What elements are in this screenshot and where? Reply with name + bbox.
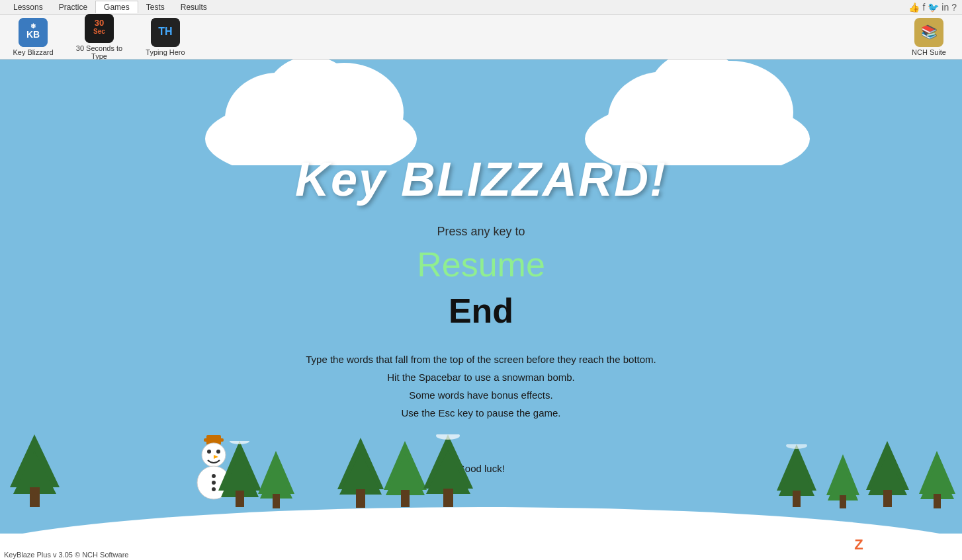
svg-rect-35	[236, 491, 244, 507]
tree-right-3	[866, 441, 909, 514]
svg-rect-56	[840, 495, 846, 508]
svg-point-26	[207, 450, 211, 454]
svg-point-13	[265, 60, 357, 142]
key-blizzard-icon: KB ❄	[19, 18, 48, 47]
toolbar-key-blizzard[interactable]: KB ❄ Key Blizzard	[7, 18, 60, 56]
tree-mid-3	[423, 434, 473, 514]
nch-suite-icon: 📚	[914, 18, 943, 47]
typing-hero-icon: TH	[151, 18, 180, 47]
30-seconds-icon: 30 Sec	[85, 14, 114, 43]
toolbar-typing-hero[interactable]: TH Typing Hero	[139, 18, 192, 56]
watermark-text: www.MacZ.com	[867, 539, 955, 552]
nav-practice[interactable]: Practice	[51, 1, 95, 13]
watermark: Z www.MacZ.com	[854, 536, 955, 553]
svg-rect-39	[273, 494, 280, 508]
end-text[interactable]: End	[449, 291, 513, 331]
svg-text:30: 30	[95, 18, 104, 28]
instructions: Type the words that fall from the top of…	[306, 350, 656, 422]
nav-lessons[interactable]: Lessons	[5, 1, 51, 13]
svg-point-53	[786, 444, 807, 449]
svg-text:📚: 📚	[921, 24, 938, 40]
key-blizzard-label: Key Blizzard	[13, 48, 53, 56]
press-any-key-text: Press any key to	[437, 225, 525, 239]
twitter-icon[interactable]: 🐦	[928, 2, 939, 13]
tree-mid-2	[384, 441, 427, 514]
instruction-line-2: Hit the Spacebar to use a snowman bomb.	[306, 368, 656, 386]
nch-suite-label: NCH Suite	[912, 48, 946, 56]
svg-point-31	[212, 481, 216, 485]
toolbar-nch[interactable]: 📚 NCH Suite	[902, 18, 955, 56]
svg-rect-45	[401, 490, 410, 507]
toolbar: KB ❄ Key Blizzard 30 Sec 30 Seconds to T…	[0, 15, 962, 60]
game-title: Key BLIZZARD!	[295, 152, 667, 206]
toolbar-30-seconds[interactable]: 30 Sec 30 Seconds to Type	[73, 14, 126, 60]
tree-mid-1	[337, 438, 384, 514]
svg-point-30	[212, 474, 216, 478]
instruction-line-3: Some words have bonus effects.	[306, 386, 656, 404]
linkedin-icon[interactable]: in	[941, 2, 949, 13]
game-area: Key BLIZZARD! Press any key to Resume En…	[0, 60, 962, 560]
instruction-line-4: Use the Esc key to pause the game.	[306, 404, 656, 422]
resume-text[interactable]: Resume	[417, 245, 545, 284]
svg-rect-59	[883, 490, 892, 507]
svg-point-32	[212, 487, 216, 491]
footer-label: KeyBlaze Plus v 3.05 © NCH Software	[0, 549, 132, 560]
tree-right-1	[777, 444, 816, 514]
watermark-z: Z	[854, 536, 863, 553]
tree-far-right	[919, 451, 955, 514]
30-seconds-label: 30 Seconds to Type	[73, 44, 126, 60]
tree-right-snowman-2	[258, 451, 294, 514]
cloud-left	[198, 60, 423, 165]
nav-bar: Lessons Practice Games Tests Results 👍 f…	[0, 0, 962, 15]
svg-rect-22	[30, 487, 40, 507]
svg-rect-52	[793, 491, 801, 507]
cloud-right	[578, 60, 816, 165]
svg-text:KB: KB	[26, 29, 40, 40]
thumbs-up-icon[interactable]: 👍	[908, 2, 920, 13]
instruction-line-1: Type the words that fall from the top of…	[306, 350, 656, 368]
tree-far-left	[10, 434, 60, 514]
svg-rect-19	[0, 534, 962, 560]
tree-right-2	[826, 454, 859, 514]
typing-hero-label: Typing Hero	[146, 48, 185, 56]
svg-rect-42	[356, 489, 365, 508]
svg-text:TH: TH	[158, 26, 172, 37]
tree-right-snowman-1	[218, 441, 261, 514]
svg-text:❄: ❄	[30, 22, 36, 30]
svg-point-49	[436, 434, 460, 440]
nav-results[interactable]: Results	[173, 1, 215, 13]
svg-rect-62	[934, 494, 941, 508]
svg-rect-48	[443, 489, 453, 507]
help-icon[interactable]: ?	[951, 2, 957, 13]
nav-games[interactable]: Games	[95, 1, 138, 13]
facebook-icon[interactable]: f	[922, 2, 925, 13]
svg-text:Sec: Sec	[93, 28, 105, 35]
nav-tests[interactable]: Tests	[138, 1, 173, 13]
svg-point-36	[230, 441, 249, 444]
snow-ground	[0, 481, 962, 560]
